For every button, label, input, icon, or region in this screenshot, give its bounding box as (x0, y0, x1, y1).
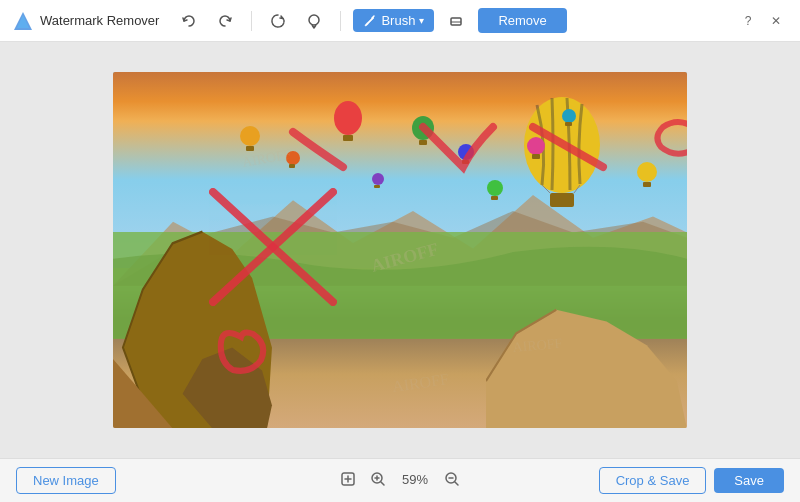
divider-1 (251, 11, 252, 31)
svg-text:AIROFF: AIROFF (512, 336, 563, 355)
erase-button[interactable] (442, 7, 470, 35)
titlebar: Watermark Remover Brush ▾ (0, 0, 800, 42)
svg-text:AIROFF: AIROFF (369, 239, 441, 276)
svg-text:AIROFF: AIROFF (241, 146, 293, 169)
remove-button[interactable]: Remove (478, 8, 566, 33)
crop-save-button[interactable]: Crop & Save (599, 467, 707, 494)
svg-text:AIROFF: AIROFF (391, 370, 450, 395)
new-image-button[interactable]: New Image (16, 467, 116, 494)
svg-line-41 (381, 482, 384, 485)
window-controls: ? ✕ (736, 9, 788, 33)
zoom-out-button[interactable] (441, 468, 463, 490)
svg-point-2 (309, 15, 319, 25)
brush-button[interactable]: Brush ▾ (353, 9, 434, 32)
logo-icon (12, 10, 34, 32)
canvas-area[interactable]: AIROFF AIROFF AIROFF AIROFF (0, 42, 800, 458)
zoom-reset-button[interactable] (337, 468, 359, 490)
undo-button[interactable] (175, 7, 203, 35)
bottom-bar: New Image 59% Crop & Save (0, 458, 800, 502)
help-button[interactable]: ? (736, 9, 760, 33)
brush-label: Brush (381, 13, 415, 28)
brush-chevron: ▾ (419, 15, 424, 26)
zoom-value: 59% (397, 472, 433, 487)
divider-2 (340, 11, 341, 31)
zoom-controls: 59% (337, 468, 463, 490)
redo-button[interactable] (211, 7, 239, 35)
scene-background: AIROFF AIROFF AIROFF AIROFF (113, 72, 687, 428)
app-logo: Watermark Remover (12, 10, 167, 32)
save-button[interactable]: Save (714, 468, 784, 493)
bottom-left: New Image (16, 467, 116, 494)
annotations-overlay: AIROFF AIROFF AIROFF AIROFF (113, 72, 687, 428)
close-button[interactable]: ✕ (764, 9, 788, 33)
zoom-in-button[interactable] (367, 468, 389, 490)
app-title: Watermark Remover (40, 13, 159, 28)
bubble-button[interactable] (300, 7, 328, 35)
svg-line-45 (455, 482, 458, 485)
lasso-button[interactable] (264, 7, 292, 35)
image-container: AIROFF AIROFF AIROFF AIROFF (113, 72, 687, 428)
bottom-right: Crop & Save Save (599, 467, 784, 494)
